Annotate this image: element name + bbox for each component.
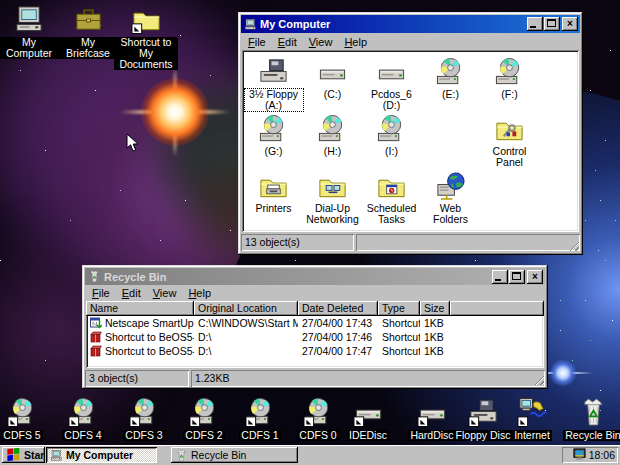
menu-edit[interactable]: Edit <box>116 285 147 301</box>
hard-shortcut-icon <box>353 397 384 428</box>
column-header-original-location[interactable]: Original Location <box>194 301 298 316</box>
column-header-size[interactable]: Size <box>420 301 450 316</box>
menu-edit[interactable]: Edit <box>272 34 303 50</box>
drive-item-label: 3½ Floppy (A:) <box>245 89 303 111</box>
desktop-icon-label: Internet <box>512 430 552 441</box>
my-computer-titlebar[interactable]: My Computer × <box>241 15 580 33</box>
desktop-icon-label: CDFS 2 <box>183 430 224 441</box>
drive-item-dial-up-networking[interactable]: Dial-Up Networking <box>303 171 362 228</box>
beos-icon <box>90 331 102 343</box>
desktop-icon-label: CDFS 4 <box>62 430 103 441</box>
desktop[interactable]: My ComputerMy BriefcaseShortcut to My Do… <box>0 0 620 465</box>
drive-item--c-[interactable]: (C:) <box>303 57 362 114</box>
minimize-button[interactable] <box>527 17 543 31</box>
drive-item-pcdos-6-d-[interactable]: Pcdos_6 (D:) <box>362 57 421 114</box>
cell-original-location: C:\WINDOWS\Start Me... <box>194 317 298 329</box>
computer-icon <box>244 18 257 31</box>
folder-dialup-icon <box>317 171 348 202</box>
computer-icon <box>14 4 45 35</box>
drive-item-label: Printers <box>254 203 292 214</box>
minimize-button[interactable] <box>492 270 508 284</box>
drive-item-3-floppy-a-[interactable]: 3½ Floppy (A:) <box>244 57 303 114</box>
windows-flag-icon <box>6 447 21 461</box>
my-computer-window: My Computer × FileEditViewHelp 3½ Floppy… <box>238 12 583 255</box>
desktop-icon-cdfs-2[interactable]: CDFS 2 <box>172 397 236 441</box>
desktop-icon-cdfs-3[interactable]: CDFS 3 <box>112 397 176 441</box>
display-tray-icon[interactable] <box>573 448 586 463</box>
drive-item-label: (F:) <box>500 89 518 100</box>
drive-item-web-folders[interactable]: Web Folders <box>421 171 480 228</box>
folder-tasks-icon <box>376 171 407 202</box>
desktop-icon-label: HardDisc <box>408 430 455 441</box>
menu-help[interactable]: Help <box>182 285 217 301</box>
folder-printer-icon <box>258 171 289 202</box>
cell-date-deleted: 27/04/00 17:43 <box>298 317 378 329</box>
cell-original-location: D:\ <box>194 331 298 343</box>
taskbar-button-my-computer[interactable]: My Computer <box>46 447 157 463</box>
status-bar: 3 object(s) 1.23KB <box>85 368 545 386</box>
drive-item--i-[interactable]: (I:) <box>362 114 421 171</box>
desktop-icon-my-computer[interactable]: My Computer <box>0 4 61 59</box>
menu-help[interactable]: Help <box>338 34 373 50</box>
starfield <box>0 0 1 1</box>
drive-item-label: Scheduled Tasks <box>363 203 421 225</box>
menu-file[interactable]: File <box>86 285 116 301</box>
close-button[interactable]: × <box>562 17 578 31</box>
maximize-button[interactable] <box>509 270 525 284</box>
column-header-type[interactable]: Type <box>378 301 420 316</box>
desktop-icon-label: CDFS 1 <box>239 430 280 441</box>
menu-view[interactable]: View <box>147 285 183 301</box>
column-header-name[interactable]: Name <box>86 301 194 316</box>
recycle-bin-window: Recycle Bin × FileEditViewHelp NameOrigi… <box>82 265 548 389</box>
drive-item--e-[interactable]: (E:) <box>421 57 480 114</box>
start-button[interactable]: Start <box>2 447 45 463</box>
menu-bar: FileEditViewHelp <box>241 33 580 50</box>
drive-item-control-panel[interactable]: Control Panel <box>480 114 539 171</box>
menu-bar: FileEditViewHelp <box>85 285 545 301</box>
cd-drive-icon <box>317 114 348 145</box>
computer-icon <box>244 18 257 31</box>
drive-item-label: Pcdos_6 (D:) <box>363 89 421 111</box>
menu-file[interactable]: File <box>242 34 272 50</box>
recycle-bin-icon <box>578 397 609 428</box>
status-bar: 13 object(s) <box>241 232 580 252</box>
column-header-date-deleted[interactable]: Date Deleted <box>298 301 378 316</box>
deleted-file-row[interactable]: Shortcut to BeOS5-Per...D:\27/04/00 17:4… <box>86 344 544 358</box>
drive-item-label: Dial-Up Networking <box>304 203 362 225</box>
cell-size: 1KB <box>420 317 450 329</box>
deleted-file-row[interactable]: Netscape SmartUpdateC:\WINDOWS\Start Me.… <box>86 316 544 330</box>
desktop-icon-cdfs-1[interactable]: CDFS 1 <box>228 397 292 441</box>
cell-size: 1KB <box>420 331 450 343</box>
status-object-count: 3 object(s) <box>85 370 189 387</box>
drive-item-label: Web Folders <box>422 203 480 225</box>
drive-item--f-[interactable]: (F:) <box>480 57 539 114</box>
tray-display-icon <box>573 448 586 461</box>
maximize-button[interactable] <box>544 17 560 31</box>
desktop-icon-cdfs-4[interactable]: CDFS 4 <box>51 397 115 441</box>
desktop-icon-internet[interactable]: Internet <box>500 397 564 441</box>
desktop-icon-label: IDEDisc <box>347 430 389 441</box>
menu-view[interactable]: View <box>303 34 339 50</box>
desktop-icon-label: Shortcut to My Documents <box>114 37 178 70</box>
desktop-icon-recycle-bin[interactable]: Recycle Bin <box>561 397 620 441</box>
recycle-bin-icon <box>88 270 101 283</box>
drive-item-label: (E:) <box>441 89 460 100</box>
taskbar-button-label: My Computer <box>66 449 133 461</box>
desktop-icon-label: Recycle Bin <box>563 430 620 441</box>
taskbar-button-recycle-bin[interactable]: Recycle Bin <box>171 447 298 463</box>
clock: 18:06 <box>589 449 615 461</box>
recycle-bin-icon <box>88 270 101 283</box>
cell-date-deleted: 27/04/00 17:47 <box>298 345 378 357</box>
cd-shortcut-icon <box>7 397 38 428</box>
desktop-icon-idedisc[interactable]: IDEDisc <box>336 397 400 441</box>
drive-item-printers[interactable]: Printers <box>244 171 303 228</box>
drive-item--g-[interactable]: (G:) <box>244 114 303 171</box>
desktop-icon-shortcut-to-my-documents[interactable]: Shortcut to My Documents <box>114 4 178 70</box>
close-button[interactable]: × <box>527 270 543 284</box>
recycle-bin-titlebar[interactable]: Recycle Bin × <box>85 268 545 285</box>
desktop-icon-cdfs-5[interactable]: CDFS 5 <box>0 397 54 441</box>
drive-item--h-[interactable]: (H:) <box>303 114 362 171</box>
drive-item-scheduled-tasks[interactable]: Scheduled Tasks <box>362 171 421 228</box>
desktop-icon-my-briefcase[interactable]: My Briefcase <box>56 4 120 59</box>
deleted-file-row[interactable]: Shortcut to BeOS5-Per...D:\27/04/00 17:4… <box>86 330 544 344</box>
